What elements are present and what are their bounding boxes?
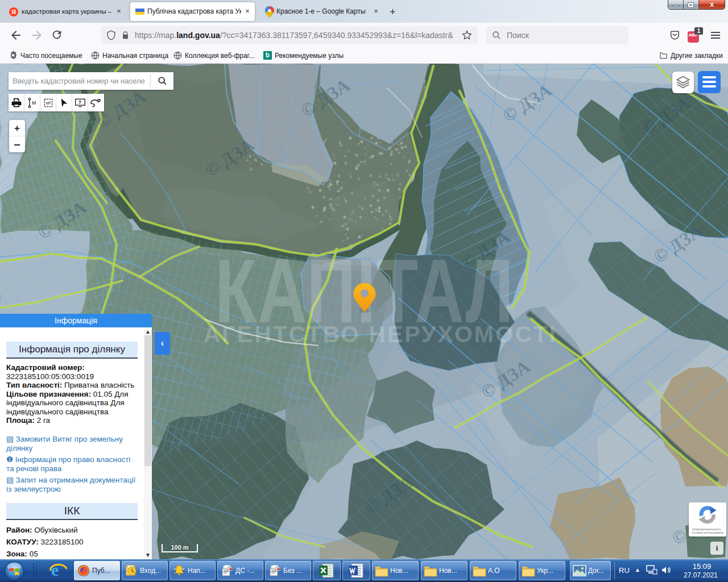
svg-text:?: ? [78,99,81,105]
svg-text:M²: M² [46,101,51,106]
svg-text:M: M [32,100,36,106]
svg-text:e: e [51,561,59,579]
